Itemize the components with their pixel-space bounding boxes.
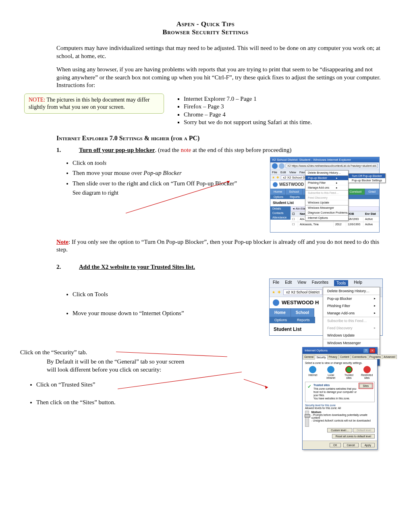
menu-manage-addons[interactable]: Manage Add-ons ▸ [305, 185, 348, 190]
subnav-options[interactable]: Options [270, 195, 286, 199]
security-bullet: Then click on the “Sites” button. [36, 399, 290, 407]
menu-view[interactable]: View [297, 280, 306, 286]
step-2-number: 2. [56, 264, 64, 270]
tab-programs[interactable]: Programs [368, 355, 382, 359]
menu-popup-blocker[interactable]: Pop-up Blocker▸ [323, 295, 380, 302]
level-medium: Medium [311, 411, 375, 414]
subnav-options[interactable]: Options [270, 317, 292, 323]
step-1-number: 1. [56, 147, 64, 154]
menu-feed-discovery: Feed Discovery [305, 195, 348, 200]
menu-delete-history[interactable]: Delete Browsing History… [305, 170, 348, 175]
menu-subscribe-feed: Subscribe to this Feed… [305, 190, 348, 195]
ok-button[interactable]: OK [330, 443, 340, 447]
westwood-brand: WESTWOOD H [282, 299, 319, 305]
zone-trusted-sites[interactable]: Trusted sites [342, 366, 356, 379]
close-icon[interactable]: × [369, 348, 375, 353]
menu-messenger[interactable]: Windows Messenger [323, 339, 380, 347]
intro-p2: When using any browser, if you are havin… [56, 66, 383, 89]
col-enr: Enr Stat [363, 212, 379, 216]
menu-phishing-filter[interactable]: Phishing Filter ▸ [305, 181, 348, 185]
sites-button[interactable]: Sites [359, 384, 372, 388]
tab-content[interactable]: Content [338, 355, 351, 359]
nav-school[interactable]: School [291, 308, 314, 317]
tools-dropdown: Delete Browsing History… Pop-up Blocker … [305, 170, 349, 221]
side-attendance[interactable]: Attendance [270, 215, 291, 220]
ie-window-title: X2 School District: Student - Windows In… [270, 157, 379, 162]
ie-section-heading: Internet Explorer 7.0 Settings & higher … [56, 135, 383, 142]
step-2-row: 2. Add the X2 website to your Trusted Si… [56, 264, 383, 270]
tab-label[interactable]: x2 X2 School District [283, 289, 322, 295]
title-line-1: Aspen - Quick Tips [28, 20, 383, 28]
favorites-star-icon[interactable]: ★ [272, 290, 275, 294]
cancel-button[interactable]: Cancel [343, 443, 359, 447]
tab-privacy[interactable]: Privacy [327, 355, 339, 359]
side-details[interactable]: Details [270, 206, 291, 211]
menu-edit[interactable]: Edit [280, 170, 286, 174]
add-favorite-icon[interactable]: ✚ [276, 176, 279, 179]
note-underline-label: Note [56, 239, 68, 245]
favorites-star-icon[interactable]: ★ [272, 176, 275, 179]
sec-level-header: Security level for this zone [305, 404, 375, 407]
zone-restricted[interactable]: Restricted sites [360, 366, 374, 379]
nav-home[interactable]: Home [270, 308, 291, 317]
back-icon[interactable] [272, 163, 278, 169]
table-row[interactable]: ☐ Abicassis, Tina 2012 12/6/1993 Active [291, 222, 379, 227]
intro-paragraphs: Computers may have individualized settin… [56, 44, 383, 89]
menu-delete-history[interactable]: Delete Browsing History… [323, 287, 380, 295]
menu-internet-options[interactable]: Internet Options [305, 215, 348, 220]
zone-local-intranet[interactable]: Local intranet [324, 366, 338, 379]
menu-popup-blocker[interactable]: Pop-up Blocker ▸ [305, 175, 348, 181]
ie7-screenshot-1: X2 School District: Student - Windows In… [270, 157, 380, 233]
see-diagram-label: See diagram to right [73, 190, 258, 196]
zone-internet[interactable]: Internet [306, 366, 320, 379]
tab-advanced[interactable]: Advanced [382, 355, 397, 359]
subnav-reports[interactable]: Reports [286, 195, 303, 199]
security-bullet: Click on “Trusted Sites” [36, 381, 290, 389]
menu-phishing-filter[interactable]: Phishing Filter▸ [323, 302, 380, 310]
forward-icon[interactable] [279, 163, 284, 169]
security-tab-header: Click on the “Security” tab. [20, 349, 290, 357]
menu-edit[interactable]: Edit [285, 280, 292, 286]
menu-turn-off-popup[interactable]: Turn Off Pop-up Blocker [349, 174, 385, 178]
apply-button[interactable]: Apply [361, 443, 375, 447]
browser-list-item: Chrome – Page 4 [184, 111, 383, 119]
reset-zones-button[interactable]: Reset all zones to default level [332, 434, 375, 438]
step-1-bullet: Then slide over to the right and click o… [73, 180, 258, 188]
address-bar[interactable]: X2 https://www.x2dev.net/westwood/contex… [286, 164, 378, 168]
tab-security[interactable]: Security [315, 355, 327, 360]
level-bullet1: - Prompts before downloading potentially… [311, 414, 375, 419]
security-slider[interactable] [305, 411, 309, 427]
note-callout-box: NOTE: The pictures in this help document… [24, 94, 164, 114]
add-favorite-icon[interactable]: ✚ [278, 290, 281, 294]
menu-favorites[interactable]: Favorites [312, 280, 328, 286]
tab-connections[interactable]: Connections [351, 355, 368, 359]
nav-home[interactable]: Home [270, 189, 286, 195]
help-icon[interactable]: ? × [363, 348, 375, 353]
nav-grad[interactable]: Grad [365, 189, 379, 195]
nav-school[interactable]: School [286, 189, 302, 195]
custom-level-button[interactable]: Custom level… [327, 428, 352, 432]
step-1-row: 1. Turn off your pop-up blocker. (read t… [56, 147, 383, 154]
menu-file[interactable]: File [272, 170, 277, 174]
menu-manage-addons[interactable]: Manage Add-ons▸ [323, 310, 380, 317]
step-2-title: Add the X2 website to your Trusted Sites… [79, 264, 195, 270]
subnav-reports[interactable]: Reports [292, 317, 315, 323]
nav-conduct[interactable]: Conduct [346, 189, 365, 195]
menu-diagnose[interactable]: Diagnose Connection Problems… [305, 210, 348, 215]
menu-windows-update[interactable]: Windows Update [323, 332, 380, 339]
menu-popup-settings[interactable]: Pop-up Blocker Settings [349, 178, 385, 183]
menu-tools[interactable]: Tools [334, 280, 348, 286]
browser-list-item: Sorry but we do not support using Safari… [184, 118, 383, 127]
menu-messenger[interactable]: Windows Messenger [305, 205, 348, 210]
westwood-logo-icon [273, 299, 279, 306]
side-contacts[interactable]: Contacts [270, 211, 291, 215]
menu-help[interactable]: Help [354, 280, 362, 286]
zone-select-text: Select a zone to view or change security… [305, 362, 375, 364]
menu-windows-update[interactable]: Windows Update [305, 200, 348, 205]
menu-file[interactable]: File [273, 280, 279, 286]
menu-view[interactable]: View [289, 170, 296, 174]
step-1-bullet: Then move your mouse over Pop-up Blocker [73, 169, 258, 177]
trusted-check-icon: ✓ [307, 384, 311, 401]
trusted-header: Trusted sites [313, 384, 357, 387]
tab-general[interactable]: General [303, 355, 315, 359]
